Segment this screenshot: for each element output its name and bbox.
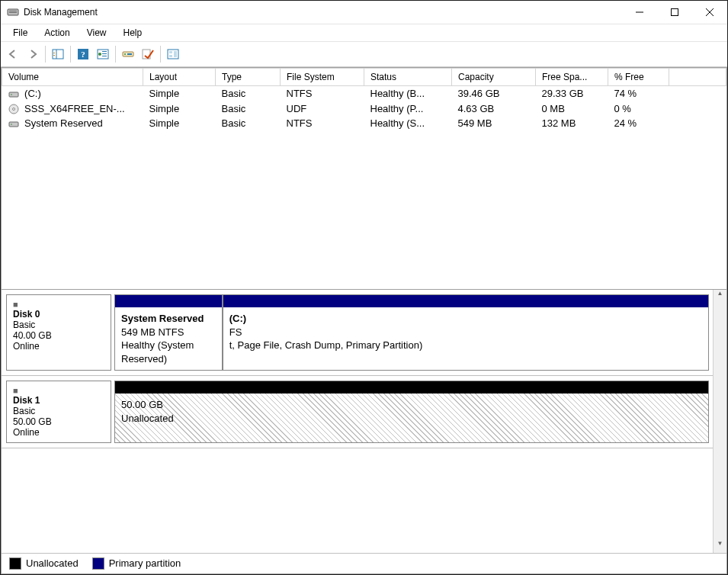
swatch-unallocated [9,557,21,570]
disk-size: 50.00 GB [13,416,104,427]
partition-title: (C:) [229,312,702,326]
action-list-button[interactable] [94,45,112,63]
disk-row: ■Disk 0Basic40.00 GBOnlineSystem Reserve… [2,290,726,376]
legend-label-primary: Primary partition [109,557,181,569]
partition-body: System Reserved549 MB NTFSHealthy (Syste… [115,307,222,370]
svg-rect-26 [9,92,18,97]
toolbar-separator [45,46,46,63]
cell-layout: Simple [143,101,216,117]
svg-rect-1 [9,11,17,11]
disk-map: ■Disk 0Basic40.00 GBOnlineSystem Reserve… [2,290,726,553]
cell-type: Basic [216,116,281,131]
cell-volume: SSS_X64FREE_EN-... [2,101,143,117]
col-status[interactable]: Status [364,69,452,86]
maximize-button[interactable] [657,1,692,24]
col-freespace[interactable]: Free Spa... [536,69,608,86]
disk-state: Online [13,427,104,438]
partition-line2: 50.00 GB [121,398,702,412]
partition-bar-primary [115,295,222,307]
partition-title: System Reserved [121,312,216,326]
content-area: Volume Layout Type File System Status Ca… [1,67,727,574]
table-row[interactable]: SSS_X64FREE_EN-...SimpleBasicUDFHealthy … [2,101,726,117]
help-button[interactable]: ? [74,45,92,63]
disk-info[interactable]: ■Disk 1Basic50.00 GBOnline [6,381,111,443]
legend-primary: Primary partition [92,557,181,570]
disk-info[interactable]: ■Disk 0Basic40.00 GBOnline [6,294,111,371]
titlebar: Disk Management [1,1,727,24]
settings-check-button[interactable] [139,45,157,63]
svg-rect-15 [102,53,107,54]
partition-body: 50.00 GBUnallocated [115,394,708,442]
cell-free: 132 MB [536,116,608,131]
svg-rect-24 [169,55,172,57]
partition-line3: Healthy (System Reserved) [121,339,216,365]
window: Disk Management File Action View Help ? [0,0,728,575]
partition[interactable]: 50.00 GBUnallocated [114,381,709,443]
col-layout[interactable]: Layout [143,69,216,86]
scroll-up-arrow[interactable]: ▲ [717,290,723,303]
scroll-down-arrow[interactable]: ▼ [717,540,723,553]
refresh-button[interactable] [119,45,137,63]
partition-line3: Unallocated [121,412,702,426]
volume-list[interactable]: Volume Layout Type File System Status Ca… [2,68,726,290]
partition-line3: t, Page File, Crash Dump, Primary Partit… [229,339,702,352]
cell-status: Healthy (B... [364,86,452,101]
cell-pct: 0 % [608,101,669,117]
svg-point-17 [98,53,101,56]
disk-type: Basic [13,406,104,416]
col-volume[interactable]: Volume [2,69,143,86]
toolbar-separator [160,46,161,63]
minimize-button[interactable] [622,1,657,24]
menu-view[interactable]: View [79,26,114,40]
close-button[interactable] [692,1,727,24]
back-button[interactable] [4,45,22,63]
cell-type: Basic [216,101,281,117]
svg-rect-23 [169,51,172,53]
cell-fs: NTFS [281,86,364,101]
col-type[interactable]: Type [216,69,281,86]
show-hide-console-tree-button[interactable] [49,45,67,63]
table-row[interactable]: System ReservedSimpleBasicNTFSHealthy (S… [2,116,726,131]
settings-panel-button[interactable] [164,45,182,63]
col-capacity[interactable]: Capacity [452,69,536,86]
partition-line2: FS [229,326,702,339]
svg-rect-4 [672,9,678,16]
partition[interactable]: System Reserved549 MB NTFSHealthy (Syste… [114,294,223,371]
menu-file[interactable]: File [5,26,35,40]
column-headers[interactable]: Volume Layout Type File System Status Ca… [2,69,726,86]
svg-point-29 [12,108,14,111]
disk-size: 40.00 GB [13,330,104,341]
cell-free: 0 MB [536,101,608,117]
partition[interactable]: (C:)FSt, Page File, Crash Dump, Primary … [223,294,709,371]
disk-label: Disk 1 [13,395,104,406]
svg-rect-9 [53,53,55,53]
cell-fs: NTFS [281,116,364,131]
cell-pct: 74 % [608,86,669,101]
cell-type: Basic [216,86,281,101]
col-pctfree[interactable]: % Free [608,69,669,86]
svg-point-19 [124,53,126,55]
swatch-primary [92,557,104,570]
cell-capacity: 39.46 GB [452,86,536,101]
menubar: File Action View Help [1,24,727,42]
svg-rect-14 [102,51,107,52]
cell-volume: System Reserved [2,116,143,131]
svg-text:?: ? [81,50,85,59]
vertical-scrollbar[interactable]: ▲ ▼ [713,290,726,553]
toolbar: ? [1,42,727,67]
col-filesystem[interactable]: File System [281,69,364,86]
disk-state: Online [13,341,104,352]
svg-rect-30 [9,122,18,127]
cell-fs: UDF [281,101,364,117]
cell-layout: Simple [143,86,216,101]
table-row[interactable]: (C:)SimpleBasicNTFSHealthy (B...39.46 GB… [2,86,726,101]
menu-help[interactable]: Help [116,26,150,40]
cell-layout: Simple [143,116,216,131]
disk-type: Basic [13,320,104,330]
legend: Unallocated Primary partition [2,553,726,573]
menu-action[interactable]: Action [37,26,77,40]
partition-bar-unallocated [115,381,708,394]
forward-button[interactable] [24,45,42,63]
cell-capacity: 549 MB [452,116,536,131]
legend-unallocated: Unallocated [9,557,79,570]
